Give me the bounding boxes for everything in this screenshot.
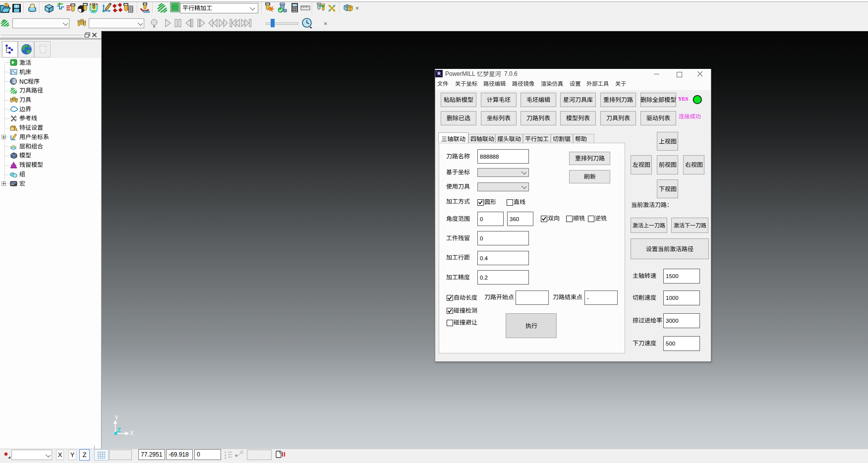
svg-text:Z: Z bbox=[117, 426, 121, 434]
svg-text:Y: Y bbox=[115, 414, 118, 421]
svg-text:z: z bbox=[225, 457, 226, 459]
svg-text:X: X bbox=[130, 430, 134, 437]
